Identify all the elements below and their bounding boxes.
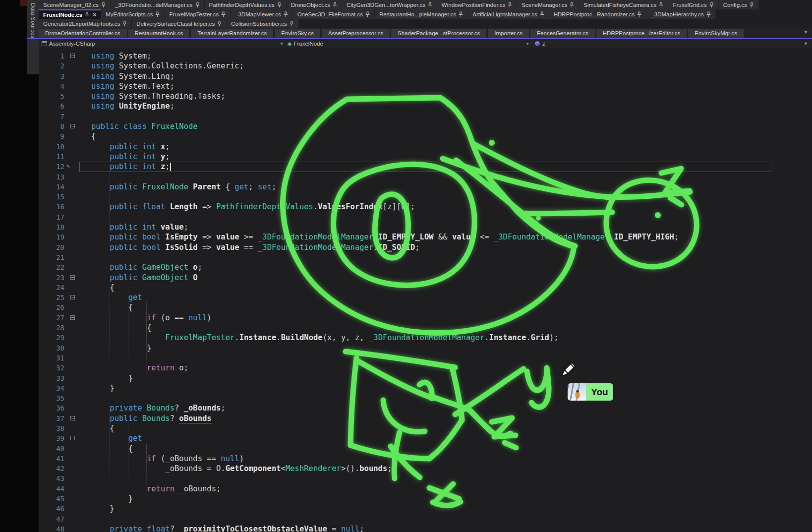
pin-icon[interactable] [570, 2, 574, 8]
line-number[interactable]: 24 [39, 283, 64, 293]
code-line[interactable]: 14 public FruxelNode Parent { get; set; … [39, 182, 812, 192]
code-line[interactable]: 25 get [39, 293, 812, 302]
code-line[interactable]: 27 if (o == null) [39, 313, 812, 323]
tab-restaurantho-plemanager-cs[interactable]: RestaurantHo...pleManager.cs [375, 9, 468, 19]
line-number[interactable]: 7 [39, 112, 64, 121]
code-line[interactable]: 37 public Bounds? oBounds [39, 414, 812, 423]
code-line[interactable]: 30 } [39, 343, 812, 353]
line-number[interactable]: 2 [39, 61, 64, 71]
tab-restauranthook-cs[interactable]: RestaurantHook.cs [128, 29, 190, 38]
tab-onesec3d-fileformat-cs[interactable]: OneSec3D_FileFormat.cs [293, 9, 375, 19]
line-number[interactable]: 20 [39, 242, 64, 252]
code-line[interactable]: 43 [39, 473, 812, 483]
fold-marker-icon[interactable] [70, 124, 75, 128]
pin-icon[interactable] [365, 11, 370, 17]
code-line[interactable]: 39 get [39, 433, 812, 443]
tab--3dfoundatio-delmanager-cs[interactable]: _3DFoundatio...delManager.cs [111, 0, 205, 9]
line-number[interactable]: 46 [39, 504, 64, 514]
code-line[interactable]: 7 [39, 112, 812, 121]
tab-windowpositionfinder-cs[interactable]: WindowPositionFinder.cs [437, 0, 517, 9]
tab-artificiallightsmanager-cs[interactable]: ArtificialLightsManager.cs [468, 9, 549, 19]
line-number[interactable]: 34 [39, 383, 64, 393]
line-number[interactable]: 27 [39, 313, 64, 323]
tab-hdrppostproc-randomizer-cs[interactable]: HDRPPostproc...Randomizer.cs [549, 9, 647, 19]
code-line[interactable]: 12✎ public int z; [39, 162, 812, 172]
tab-pathfinderdepthvalues-cs[interactable]: PathfinderDepthValues.cs [205, 0, 287, 9]
pin-icon[interactable] [508, 2, 512, 8]
pin-icon[interactable] [284, 11, 288, 17]
tab--3dmaphierarchy-cs[interactable]: _3DMapHierarchy.cs [646, 9, 716, 19]
tab-scenemanager-cs[interactable]: SceneManager.cs [517, 0, 579, 9]
line-number[interactable]: 45 [39, 494, 64, 504]
line-number[interactable]: 25 [39, 293, 64, 302]
fold-marker-icon[interactable] [70, 295, 75, 299]
pin-icon[interactable] [540, 11, 544, 17]
line-number[interactable]: 14 [39, 182, 64, 192]
code-line[interactable]: 24 { [39, 283, 812, 293]
line-number[interactable]: 41 [39, 454, 64, 464]
code-line[interactable]: 1using System; [39, 51, 812, 61]
tab-assetpreprocessor-cs[interactable]: AssetPreprocessor.cs [322, 29, 390, 38]
breadcrumb-member[interactable]: z [534, 41, 545, 47]
tab-fencesgenerator-cs[interactable]: FencesGenerator.cs [530, 29, 595, 38]
tab-terrainlayerrandomizer-cs[interactable]: TerrainLayerRandomizer.cs [191, 29, 273, 38]
code-line[interactable]: 46 } [39, 504, 812, 514]
code-line[interactable]: 15 [39, 192, 812, 202]
fold-marker-icon[interactable] [70, 54, 75, 58]
code-line[interactable]: 44 return _oBounds; [39, 484, 812, 494]
code-line[interactable]: 6using UnityEngine; [39, 101, 812, 111]
line-number[interactable]: 28 [39, 323, 64, 333]
line-number[interactable]: 5 [39, 91, 64, 101]
tab-envirosky-cs[interactable]: EnviroSky.cs [275, 29, 320, 38]
tab-config-cs[interactable]: Config.cs [719, 0, 759, 9]
line-number[interactable]: 18 [39, 222, 64, 232]
code-line[interactable]: 33 } [39, 373, 812, 383]
line-number[interactable]: 35 [39, 393, 64, 403]
tab-overflow-chevron-icon[interactable]: ▼ [804, 30, 808, 35]
code-line[interactable]: 2using System.Collections.Generic; [39, 61, 812, 71]
tab-hdrppostproce-izereditor-cs[interactable]: HDRPPostproce...izerEditor.cs [596, 29, 687, 38]
breadcrumb-overflow-chevron-icon[interactable]: ▼ [804, 41, 808, 46]
tab-importer-cs[interactable]: Importer.cs [488, 29, 529, 38]
code-line[interactable]: 41 if (_oBounds == null) [39, 454, 812, 464]
tab-myeditorscripts-cs[interactable]: MyEditorScripts.cs [101, 9, 165, 19]
line-number[interactable]: 15 [39, 192, 64, 202]
pin-icon[interactable] [101, 2, 106, 8]
line-number[interactable]: 19 [39, 232, 64, 242]
code-line[interactable]: 17 [39, 212, 812, 222]
pin-icon[interactable] [709, 2, 714, 8]
tab-simulatedfisheyecamera-cs[interactable]: SimulatedFisheyeCamera.cs [579, 0, 668, 9]
pin-icon[interactable] [155, 11, 160, 17]
tab-droneorientationcontroller-cs[interactable]: DroneOrientationController.cs [39, 29, 127, 38]
line-number[interactable]: 26 [39, 302, 64, 312]
tab-fruxelnode-cs[interactable]: FruxelNode.cs× [39, 9, 101, 19]
pin-icon[interactable] [277, 2, 282, 8]
line-number[interactable]: 10 [39, 142, 64, 152]
code-line[interactable]: 10 public int x; [39, 142, 812, 152]
line-number[interactable]: 13 [39, 172, 64, 182]
pin-icon[interactable] [459, 11, 463, 17]
fold-marker-icon[interactable] [70, 275, 75, 280]
fold-marker-icon[interactable] [70, 315, 75, 320]
code-line[interactable]: 4using System.Text; [39, 81, 812, 91]
pin-icon[interactable] [122, 21, 127, 27]
code-line[interactable]: 31 [39, 353, 812, 363]
line-number[interactable]: 9 [39, 131, 64, 141]
line-number[interactable]: 4 [39, 81, 64, 91]
code-line[interactable]: 20 public bool IsSolid => value == _3DFo… [39, 242, 812, 252]
code-line[interactable]: 45 } [39, 494, 812, 504]
code-line[interactable]: 3using System.Linq; [39, 71, 812, 81]
code-line[interactable]: 34 } [39, 383, 812, 393]
code-line[interactable]: 35 [39, 393, 812, 403]
line-number[interactable]: 43 [39, 473, 64, 483]
code-line[interactable]: 29 FruxelMapTester.Instance.BuildNode(x,… [39, 333, 812, 343]
code-line[interactable]: 16 public float Length => PathfinderDept… [39, 202, 812, 212]
line-number[interactable]: 12 [39, 162, 64, 172]
tab-deliverysurfaceclasshelper-cs[interactable]: DeliverySurfaceClassHelper.cs [132, 19, 227, 28]
line-number[interactable]: 37 [39, 414, 64, 423]
pin-icon[interactable] [750, 2, 754, 8]
tab-citygen3dgen-torwrapper-cs[interactable]: CityGen3DGen...torWrapper.cs [342, 0, 437, 9]
pin-icon[interactable] [221, 11, 226, 17]
line-number[interactable]: 11 [39, 152, 64, 162]
line-number[interactable]: 21 [39, 252, 64, 262]
